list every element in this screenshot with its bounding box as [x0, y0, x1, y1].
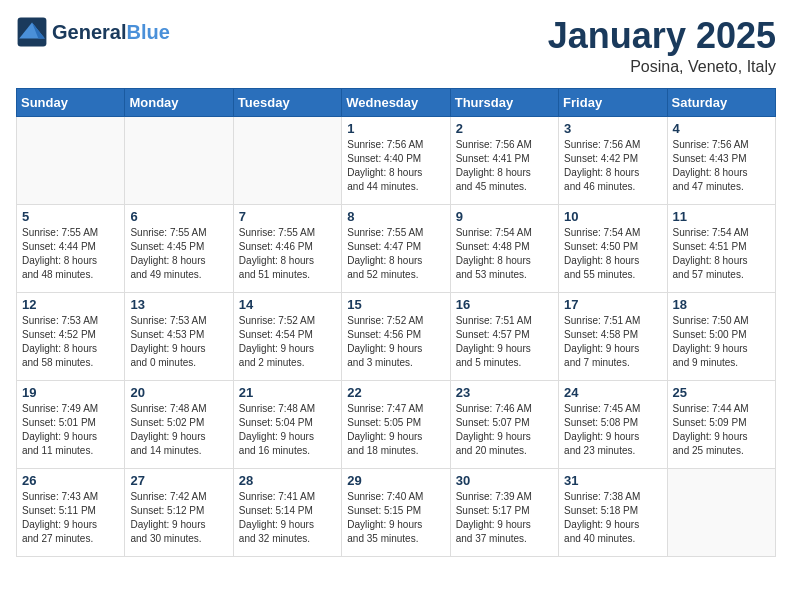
day-info: Sunrise: 7:56 AMSunset: 4:41 PMDaylight:…: [456, 138, 553, 194]
day-info: Sunrise: 7:42 AMSunset: 5:12 PMDaylight:…: [130, 490, 227, 546]
day-number: 8: [347, 209, 444, 224]
day-number: 18: [673, 297, 770, 312]
logo-text: GeneralBlue: [52, 21, 170, 43]
calendar-cell: 23Sunrise: 7:46 AMSunset: 5:07 PMDayligh…: [450, 380, 558, 468]
day-number: 6: [130, 209, 227, 224]
weekday-header: Tuesday: [233, 88, 341, 116]
calendar-cell: 24Sunrise: 7:45 AMSunset: 5:08 PMDayligh…: [559, 380, 667, 468]
calendar-cell: 8Sunrise: 7:55 AMSunset: 4:47 PMDaylight…: [342, 204, 450, 292]
day-number: 29: [347, 473, 444, 488]
day-info: Sunrise: 7:56 AMSunset: 4:42 PMDaylight:…: [564, 138, 661, 194]
day-number: 9: [456, 209, 553, 224]
day-info: Sunrise: 7:46 AMSunset: 5:07 PMDaylight:…: [456, 402, 553, 458]
day-info: Sunrise: 7:56 AMSunset: 4:40 PMDaylight:…: [347, 138, 444, 194]
day-info: Sunrise: 7:55 AMSunset: 4:45 PMDaylight:…: [130, 226, 227, 282]
day-number: 31: [564, 473, 661, 488]
weekday-header: Sunday: [17, 88, 125, 116]
calendar-cell: [125, 116, 233, 204]
calendar-cell: 14Sunrise: 7:52 AMSunset: 4:54 PMDayligh…: [233, 292, 341, 380]
day-number: 3: [564, 121, 661, 136]
day-number: 11: [673, 209, 770, 224]
calendar-cell: 9Sunrise: 7:54 AMSunset: 4:48 PMDaylight…: [450, 204, 558, 292]
calendar-cell: 7Sunrise: 7:55 AMSunset: 4:46 PMDaylight…: [233, 204, 341, 292]
calendar-cell: 31Sunrise: 7:38 AMSunset: 5:18 PMDayligh…: [559, 468, 667, 556]
day-number: 24: [564, 385, 661, 400]
day-number: 1: [347, 121, 444, 136]
day-number: 19: [22, 385, 119, 400]
day-info: Sunrise: 7:52 AMSunset: 4:54 PMDaylight:…: [239, 314, 336, 370]
day-info: Sunrise: 7:51 AMSunset: 4:57 PMDaylight:…: [456, 314, 553, 370]
page-header: GeneralBlue January 2025 Posina, Veneto,…: [16, 16, 776, 76]
calendar-cell: 3Sunrise: 7:56 AMSunset: 4:42 PMDaylight…: [559, 116, 667, 204]
calendar-cell: 10Sunrise: 7:54 AMSunset: 4:50 PMDayligh…: [559, 204, 667, 292]
calendar-cell: [17, 116, 125, 204]
day-number: 22: [347, 385, 444, 400]
calendar-cell: 4Sunrise: 7:56 AMSunset: 4:43 PMDaylight…: [667, 116, 775, 204]
day-info: Sunrise: 7:47 AMSunset: 5:05 PMDaylight:…: [347, 402, 444, 458]
day-info: Sunrise: 7:54 AMSunset: 4:50 PMDaylight:…: [564, 226, 661, 282]
day-info: Sunrise: 7:53 AMSunset: 4:52 PMDaylight:…: [22, 314, 119, 370]
day-number: 20: [130, 385, 227, 400]
day-number: 13: [130, 297, 227, 312]
day-info: Sunrise: 7:51 AMSunset: 4:58 PMDaylight:…: [564, 314, 661, 370]
calendar-cell: 1Sunrise: 7:56 AMSunset: 4:40 PMDaylight…: [342, 116, 450, 204]
calendar-cell: 6Sunrise: 7:55 AMSunset: 4:45 PMDaylight…: [125, 204, 233, 292]
calendar-week-row: 26Sunrise: 7:43 AMSunset: 5:11 PMDayligh…: [17, 468, 776, 556]
day-number: 21: [239, 385, 336, 400]
day-number: 12: [22, 297, 119, 312]
day-number: 5: [22, 209, 119, 224]
weekday-header: Thursday: [450, 88, 558, 116]
day-info: Sunrise: 7:55 AMSunset: 4:46 PMDaylight:…: [239, 226, 336, 282]
calendar-cell: 27Sunrise: 7:42 AMSunset: 5:12 PMDayligh…: [125, 468, 233, 556]
calendar-cell: [233, 116, 341, 204]
calendar-cell: 22Sunrise: 7:47 AMSunset: 5:05 PMDayligh…: [342, 380, 450, 468]
day-info: Sunrise: 7:44 AMSunset: 5:09 PMDaylight:…: [673, 402, 770, 458]
calendar: SundayMondayTuesdayWednesdayThursdayFrid…: [16, 88, 776, 557]
day-number: 2: [456, 121, 553, 136]
weekday-header: Friday: [559, 88, 667, 116]
calendar-cell: 30Sunrise: 7:39 AMSunset: 5:17 PMDayligh…: [450, 468, 558, 556]
day-info: Sunrise: 7:54 AMSunset: 4:51 PMDaylight:…: [673, 226, 770, 282]
day-number: 17: [564, 297, 661, 312]
calendar-cell: 2Sunrise: 7:56 AMSunset: 4:41 PMDaylight…: [450, 116, 558, 204]
day-number: 27: [130, 473, 227, 488]
day-number: 16: [456, 297, 553, 312]
weekday-header: Saturday: [667, 88, 775, 116]
calendar-cell: 21Sunrise: 7:48 AMSunset: 5:04 PMDayligh…: [233, 380, 341, 468]
calendar-cell: 26Sunrise: 7:43 AMSunset: 5:11 PMDayligh…: [17, 468, 125, 556]
day-info: Sunrise: 7:41 AMSunset: 5:14 PMDaylight:…: [239, 490, 336, 546]
calendar-week-row: 12Sunrise: 7:53 AMSunset: 4:52 PMDayligh…: [17, 292, 776, 380]
day-info: Sunrise: 7:53 AMSunset: 4:53 PMDaylight:…: [130, 314, 227, 370]
title-block: January 2025 Posina, Veneto, Italy: [548, 16, 776, 76]
day-number: 10: [564, 209, 661, 224]
calendar-cell: 20Sunrise: 7:48 AMSunset: 5:02 PMDayligh…: [125, 380, 233, 468]
day-number: 26: [22, 473, 119, 488]
calendar-cell: 13Sunrise: 7:53 AMSunset: 4:53 PMDayligh…: [125, 292, 233, 380]
calendar-cell: 5Sunrise: 7:55 AMSunset: 4:44 PMDaylight…: [17, 204, 125, 292]
calendar-cell: 19Sunrise: 7:49 AMSunset: 5:01 PMDayligh…: [17, 380, 125, 468]
calendar-cell: 25Sunrise: 7:44 AMSunset: 5:09 PMDayligh…: [667, 380, 775, 468]
calendar-week-row: 5Sunrise: 7:55 AMSunset: 4:44 PMDaylight…: [17, 204, 776, 292]
day-number: 7: [239, 209, 336, 224]
calendar-cell: 18Sunrise: 7:50 AMSunset: 5:00 PMDayligh…: [667, 292, 775, 380]
weekday-header: Wednesday: [342, 88, 450, 116]
day-number: 25: [673, 385, 770, 400]
day-info: Sunrise: 7:55 AMSunset: 4:47 PMDaylight:…: [347, 226, 444, 282]
day-info: Sunrise: 7:40 AMSunset: 5:15 PMDaylight:…: [347, 490, 444, 546]
calendar-cell: 28Sunrise: 7:41 AMSunset: 5:14 PMDayligh…: [233, 468, 341, 556]
day-number: 4: [673, 121, 770, 136]
day-number: 14: [239, 297, 336, 312]
calendar-week-row: 19Sunrise: 7:49 AMSunset: 5:01 PMDayligh…: [17, 380, 776, 468]
day-info: Sunrise: 7:50 AMSunset: 5:00 PMDaylight:…: [673, 314, 770, 370]
day-number: 23: [456, 385, 553, 400]
location: Posina, Veneto, Italy: [548, 58, 776, 76]
calendar-week-row: 1Sunrise: 7:56 AMSunset: 4:40 PMDaylight…: [17, 116, 776, 204]
day-number: 28: [239, 473, 336, 488]
day-info: Sunrise: 7:48 AMSunset: 5:04 PMDaylight:…: [239, 402, 336, 458]
calendar-cell: 15Sunrise: 7:52 AMSunset: 4:56 PMDayligh…: [342, 292, 450, 380]
day-info: Sunrise: 7:45 AMSunset: 5:08 PMDaylight:…: [564, 402, 661, 458]
day-number: 15: [347, 297, 444, 312]
weekday-header-row: SundayMondayTuesdayWednesdayThursdayFrid…: [17, 88, 776, 116]
day-info: Sunrise: 7:54 AMSunset: 4:48 PMDaylight:…: [456, 226, 553, 282]
calendar-cell: 12Sunrise: 7:53 AMSunset: 4:52 PMDayligh…: [17, 292, 125, 380]
